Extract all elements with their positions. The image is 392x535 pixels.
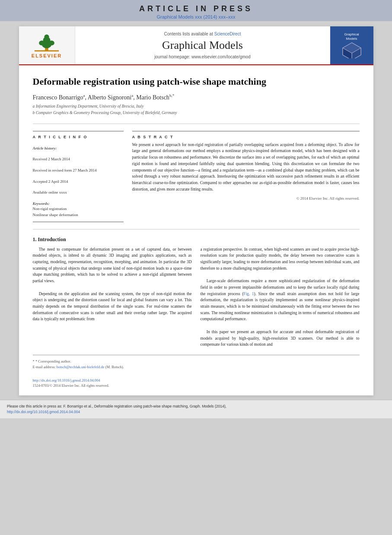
- keywords-label: Keywords:: [33, 201, 124, 206]
- email-link[interactable]: botsch@techfak.uni-bielefeld.de: [57, 365, 105, 369]
- author2-sup: a: [131, 93, 133, 98]
- journal-title: Graphical Models: [162, 39, 243, 52]
- journal-homepage: journal homepage: www.elsevier.com/locat…: [154, 54, 250, 59]
- section-divider-2: [33, 229, 360, 229]
- article-title: Deformable registration using patch-wise…: [33, 76, 360, 88]
- footnote-corresponding: * * Corresponding author.: [33, 359, 360, 364]
- authors-line: Francesco Bonarrigoa, Alberto Signoronia…: [33, 93, 360, 101]
- intro-title: 1. Introduction: [33, 236, 360, 243]
- intro-p1: The need to compensate for deformation p…: [33, 246, 192, 284]
- contents-line: Contents lists available at ScienceDirec…: [164, 32, 241, 36]
- history-label: Article history:: [33, 146, 57, 150]
- info-abstract-cols: A R T I C L E I N F O Article history: R…: [33, 131, 360, 222]
- intro-p4: Large-scale deformations require a more …: [201, 278, 360, 322]
- keyword2: Nonlinear shape deformation: [33, 212, 124, 218]
- banner-subtitle: Graphical Models xxx (2014) xxx–xxx: [0, 14, 392, 19]
- keyword1: Non-rigid registration: [33, 206, 124, 212]
- svg-point-3: [44, 34, 49, 39]
- footnote-area: * * Corresponding author. E-mail address…: [33, 355, 360, 389]
- abstract-heading: A B S T R A C T: [132, 135, 360, 139]
- journal-header: ELSEVIER Contents lists available at Sci…: [19, 26, 373, 65]
- email-label: E-mail address:: [33, 365, 56, 369]
- bottom-bar-doi-link[interactable]: http://dx.doi.org/10.1016/j.gmod.2014.04…: [7, 410, 80, 414]
- article-info-heading: A R T I C L E I N F O: [33, 135, 124, 139]
- journal-logo-right: GraphicalModels: [330, 26, 373, 64]
- bottom-bar: Please cite this article in press as: F.…: [0, 400, 392, 418]
- gm-logo: GraphicalModels: [338, 30, 365, 61]
- intro-col-right: a registration perspective. In contrast,…: [201, 246, 360, 348]
- intro-two-col: The need to compensate for deformation p…: [33, 246, 360, 348]
- accepted-value: Accepted 2 April 2014: [33, 179, 68, 184]
- svg-point-5: [49, 40, 54, 45]
- abstract-text: We present a novel approach for non-rigi…: [132, 142, 360, 193]
- available-row: Available online xxxx: [33, 186, 124, 197]
- author1-sup: a: [83, 93, 85, 98]
- abstract-col: A B S T R A C T We present a novel appro…: [132, 131, 360, 222]
- intro-p3: a registration perspective. In contrast,…: [201, 246, 360, 272]
- article-in-press-banner: ARTICLE IN PRESS Graphical Models xxx (2…: [0, 0, 392, 21]
- contents-label: Contents lists available at: [164, 32, 213, 36]
- intro-col-left: The need to compensate for deformation p…: [33, 246, 192, 348]
- elsevier-wordmark: ELSEVIER: [32, 53, 62, 58]
- author1: Francesco Bonarrigo: [33, 94, 83, 100]
- section-divider-1: [33, 124, 360, 124]
- corresponding-label: * Corresponding author.: [35, 359, 71, 363]
- available-value: Available online xxxx: [33, 190, 67, 194]
- received2-value: Received in revised form 27 March 2014: [33, 168, 97, 172]
- footnote-issn: 1524-0703/© 2014 Elsevier Inc. All right…: [33, 383, 360, 389]
- elsevier-logo: ELSEVIER: [32, 33, 62, 58]
- received1-row: Received 2 March 2014: [33, 153, 124, 164]
- paper-body: Deformable registration using patch-wise…: [19, 65, 373, 395]
- intro-p2: Depending on the application and the sca…: [33, 291, 192, 323]
- gm-logo-text: GraphicalModels: [344, 32, 359, 41]
- article-info-col: A R T I C L E I N F O Article history: R…: [33, 131, 124, 222]
- accepted-row: Accepted 2 April 2014: [33, 175, 124, 186]
- history-label-row: Article history:: [33, 142, 124, 153]
- article-info-box: A R T I C L E I N F O Article history: R…: [33, 131, 124, 222]
- author3: Mario Botsch: [136, 94, 169, 100]
- affiliations: a Information Engineering Department, Un…: [33, 103, 360, 116]
- footnote-email-row: E-mail address: botsch@techfak.uni-biele…: [33, 364, 360, 370]
- svg-rect-6: [35, 50, 59, 51]
- received2-row: Received in revised form 27 March 2014: [33, 164, 124, 175]
- email-person: (M. Botsch).: [105, 365, 124, 369]
- received1-value: Received 2 March 2014: [33, 157, 70, 161]
- gm-logo-image: [341, 41, 363, 58]
- intro-p5: In this paper we present an approach for…: [201, 329, 360, 348]
- bottom-bar-label: Please cite this article in press as: F.…: [7, 404, 226, 408]
- elsevier-logo-area: ELSEVIER: [19, 26, 75, 64]
- sciencedirect-link[interactable]: ScienceDirect: [214, 32, 241, 36]
- doi-link[interactable]: http://dx.doi.org/10.1016/j.gmod.2014.04…: [33, 378, 100, 382]
- elsevier-tree-icon: [34, 33, 60, 52]
- banner-title: ARTICLE IN PRESS: [0, 4, 392, 13]
- footnote-doi: http://dx.doi.org/10.1016/j.gmod.2014.04…: [33, 378, 360, 383]
- fig1-ref[interactable]: Fig. 1: [243, 292, 254, 296]
- author2: Alberto Signoroni: [88, 94, 132, 100]
- journal-center-area: Contents lists available at ScienceDirec…: [75, 26, 330, 64]
- copyright-line: © 2014 Elsevier Inc. All rights reserved…: [132, 196, 360, 201]
- affil1: a Information Engineering Department, Un…: [33, 103, 360, 109]
- affil2: b Computer Graphics & Geometry Processin…: [33, 110, 360, 116]
- bottom-bar-text: Please cite this article in press as: F.…: [7, 404, 385, 415]
- svg-point-4: [39, 40, 45, 45]
- paper-container: ELSEVIER Contents lists available at Sci…: [19, 26, 373, 395]
- keywords-section: Keywords: Non-rigid registration Nonline…: [33, 201, 124, 218]
- abstract-section: A B S T R A C T We present a novel appro…: [132, 131, 360, 201]
- introduction-section: 1. Introduction The need to compensate f…: [33, 236, 360, 348]
- author3-sup: b,*: [169, 93, 174, 98]
